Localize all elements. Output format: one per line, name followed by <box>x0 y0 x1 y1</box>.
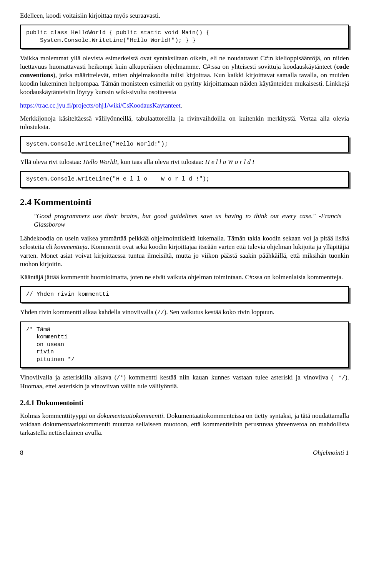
text-italic: dokumentaatiokommentti <box>97 412 163 419</box>
text-mono: // <box>157 310 164 316</box>
paragraph-whitespace: Merkkijonoja käsiteltäessä välilyönneill… <box>20 114 349 131</box>
link-paragraph: https://trac.cc.jyu.fi/projects/ohj1/wik… <box>20 101 349 110</box>
text-italic: kommentteja <box>54 243 88 250</box>
text-span: Yhden rivin kommentti alkaa kahdella vin… <box>20 308 157 316</box>
paragraph-comments-1: Lähdekoodia on usein vaikea ymmärtää pel… <box>20 234 349 268</box>
text-span: ), jotka määrittelevät, miten ohjelmakoo… <box>20 71 349 96</box>
text-span: Kolmas kommenttityyppi on <box>20 412 97 419</box>
code-block-2: System.Console.WriteLine("Hello World!")… <box>20 136 349 153</box>
block-quote: "Good programmers use their brains, but … <box>34 212 349 229</box>
paragraph-documentation: Kolmas kommenttityyppi on dokumentaatiok… <box>20 412 349 437</box>
text-span: Vinoviivalla ja asteriskilla alkava ( <box>20 374 116 381</box>
code-block-3: System.Console.WriteLine("H e l l o W o … <box>20 171 349 188</box>
paragraph-conventions: Vaikka molemmat yllä olevista esimerkeis… <box>20 54 349 96</box>
paragraph-output-explain: Yllä oleva rivi tulostaa: Hello World!, … <box>20 158 349 166</box>
text-span: Vaikka molemmat yllä olevista esimerkeis… <box>20 55 349 70</box>
heading-2-4-1: 2.4.1 Dokumentointi <box>20 398 349 408</box>
link-koodauskaytanteet[interactable]: https://trac.cc.jyu.fi/projects/ohj1/wik… <box>20 102 181 109</box>
text-span: . <box>181 102 182 109</box>
text-span: ). Sen vaikutus kestää koko rivin loppuu… <box>164 308 274 316</box>
paragraph-comments-2: Kääntäjä jättää kommentit huomioimatta, … <box>20 273 349 282</box>
code-block-4: // Yhden rivin kommentti <box>20 286 349 303</box>
code-block-5: /* Tämä kommentti on usean rivin pituine… <box>20 321 349 368</box>
page-footer: 8 Ohjelmointi 1 <box>20 449 349 457</box>
text-mono: */ <box>333 375 345 381</box>
paragraph-multi-line: Vinoviivalla ja asteriskilla alkava (/*)… <box>20 373 349 391</box>
text-italic: H e l l o W o r l d ! <box>205 158 254 166</box>
text-mono: /* <box>116 375 123 381</box>
paragraph-single-line: Yhden rivin kommentti alkaa kahdella vin… <box>20 308 349 317</box>
text-italic: Hello World! <box>83 158 117 166</box>
text-span: ) kommentti kestää niin kauan kunnes vas… <box>123 374 333 381</box>
page-number: 8 <box>20 449 23 457</box>
code-block-1: public class HelloWorld { public static … <box>20 25 349 49</box>
paragraph-intro: Edelleen, koodi voitaisiin kirjoittaa my… <box>20 12 349 20</box>
footer-title: Ohjelmointi 1 <box>313 449 349 457</box>
text-span: , kun taas alla oleva rivi tulostaa: <box>117 158 205 166</box>
heading-2-4: 2.4 Kommentointi <box>20 196 349 208</box>
text-span: Yllä oleva rivi tulostaa: <box>20 158 83 166</box>
